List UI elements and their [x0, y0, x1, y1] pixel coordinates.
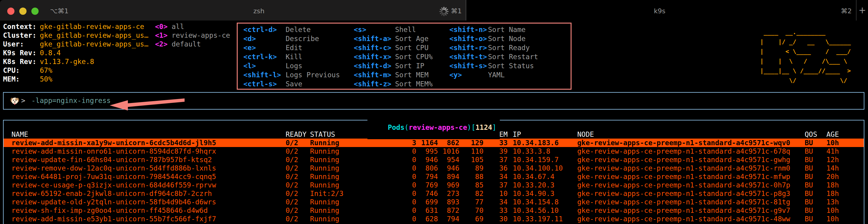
namespace-shortcut[interactable]: <1>review-apps-ce — [155, 31, 230, 40]
cell-ready: 0/2 — [286, 198, 310, 206]
hotkey-label: Sort CPU% — [395, 52, 450, 61]
cell-mem: 862 — [438, 139, 459, 147]
hotkey-key: <l> — [243, 61, 286, 71]
cluster-info-label: Context: — [3, 22, 40, 31]
cell-status: Running — [310, 147, 392, 156]
cell-status: Running — [310, 215, 392, 223]
cluster-info-value: 0.8.4 — [40, 49, 61, 57]
table-row[interactable]: review-update-fin-66hs04-unicorn-787b957… — [4, 156, 864, 164]
table-row[interactable]: review-sh-fix-imp-zg0oo4-unicorn-ff45864… — [4, 206, 864, 215]
table-row[interactable]: review-remove-dow-12ac0q-unicorn-5d4ffd8… — [4, 164, 864, 172]
cell-pctcpu: 110 — [459, 147, 484, 156]
cell-name: review-update-old-y2tqln-unicorn-58fb4d9… — [11, 198, 286, 206]
cell-qos: BU — [805, 164, 826, 172]
hotkey-label: Save — [286, 79, 354, 88]
cell-ready: 0/2 — [286, 215, 310, 223]
hotkey-label: Shell — [395, 25, 450, 34]
namespace-shortcut-key: <0> — [155, 22, 172, 31]
column-header-ready[interactable]: READY — [286, 130, 310, 139]
cell-node: gke-review-apps-ce-preemp-n1-standard-a4… — [577, 189, 805, 198]
table-row[interactable]: review-add-missin-xa1y9w-unicorn-6cdc5b4… — [4, 139, 864, 147]
column-header-name[interactable]: NAME — [11, 130, 286, 139]
cell-status: Init:2/3 — [310, 189, 392, 198]
column-header-ip[interactable]: IP — [507, 130, 577, 139]
filter-prompt: > — [21, 96, 25, 105]
table-row[interactable]: review-add-missin-onro61-unicorn-8594dc8… — [4, 147, 864, 156]
close-window-button[interactable] — [7, 7, 14, 15]
cell-name: review-add-missin-xa1y9w-unicorn-6cdc5b4… — [11, 139, 286, 147]
hotkey-label: Logs Previous — [286, 71, 354, 79]
namespace-shortcut[interactable]: <0>all — [155, 22, 230, 31]
column-header-age[interactable]: AGE — [826, 130, 864, 139]
cell-node: gke-review-apps-ce-preemp-n1-standard-a4… — [577, 215, 805, 223]
cell-qos: BU — [805, 156, 826, 164]
table-row[interactable]: review-64481-proj-7uw31q-unicorn-7984544… — [4, 172, 864, 181]
hotkey-label: Sort IP — [395, 61, 450, 71]
hotkey-key: <d> — [243, 34, 286, 43]
cell-pctmem: 36 — [484, 164, 507, 172]
dog-icon — [10, 96, 19, 105]
hotkey-label: Sort Name — [488, 25, 570, 34]
tab-zsh-title[interactable]: zsh — [253, 7, 265, 15]
table-row[interactable]: review-ce-usage-p-q3izjx-unicorn-684d46f… — [4, 181, 864, 189]
cell-pctmem: 33 — [484, 139, 507, 147]
tab-zsh[interactable] — [0, 0, 466, 21]
hotkey-key: <shift-l> — [243, 71, 286, 79]
hotkey-label: Sort Restart — [488, 52, 570, 61]
cell-name: review-add-missin-e53yb1-unicorn-55b7fc5… — [11, 215, 286, 223]
cell-ip: 10.33.197.11 — [507, 215, 577, 223]
cell-cpu: 628 — [416, 215, 438, 223]
hotkey-key: <shift-s> — [450, 61, 488, 71]
namespace-shortcut[interactable]: <2>default — [155, 40, 230, 49]
table-body: review-add-missin-xa1y9w-unicorn-6cdc5b4… — [4, 139, 864, 223]
table-row[interactable]: review-65192-enab-2jkwl8-unicorn-df964c8… — [4, 189, 864, 198]
column-header-node[interactable]: NODE — [577, 130, 805, 139]
minimize-window-button[interactable] — [19, 7, 27, 15]
cell-pctcpu: 85 — [459, 181, 484, 189]
namespace-shortcut-value: default — [172, 40, 201, 48]
cell-cpu: 699 — [416, 198, 438, 206]
cell-node: gke-review-apps-ce-preemp-n1-standard-a4… — [577, 156, 805, 164]
cell-node: gke-review-apps-ce-preemp-n1-standard-a4… — [577, 139, 805, 147]
hotkey-key: <shift-r> — [450, 43, 488, 52]
cluster-info-row: User:gke_gitlab-review-apps_us… — [3, 40, 148, 49]
table-row[interactable]: review-add-missin-e53yb1-unicorn-55b7fc5… — [4, 215, 864, 223]
cell-node: gke-review-apps-ce-preemp-n1-standard-a4… — [577, 147, 805, 156]
column-header-label: QOS — [805, 131, 817, 138]
hotkey-label: Sort Node — [488, 34, 570, 43]
hotkey-key: <shift-m> — [354, 71, 395, 79]
cluster-info-label: K8s Rev: — [3, 57, 40, 66]
hotkey-key: <y> — [450, 71, 488, 79]
hotkey-key: <shift-t> — [450, 52, 488, 61]
hotkey-label — [488, 79, 570, 88]
hotkey-key: <shift-a> — [354, 34, 395, 43]
cell-rs: 0 — [392, 215, 416, 223]
cell-pctmem: 10 — [484, 189, 507, 198]
tab-k9s-title[interactable]: k9s — [654, 7, 665, 15]
terminal-tab-bar: ⌥⌘1 zsh ⌘1 k9s ⌘2 + — [0, 0, 868, 21]
cell-age: 20h — [826, 172, 864, 181]
cell-name: review-64481-proj-7uw31q-unicorn-7984544… — [11, 172, 286, 181]
column-header-qos[interactable]: QOS — [805, 130, 826, 139]
spinner-icon — [439, 6, 449, 17]
cell-pctmem: 39 — [484, 147, 507, 156]
namespace-shortcut-value: all — [172, 23, 184, 30]
hotkey-key: <ctrl-k> — [243, 52, 286, 61]
hotkey-key: <shift-c> — [354, 43, 395, 52]
namespace-shortcut-key: <1> — [155, 31, 172, 40]
cell-cpu: 746 — [416, 189, 438, 198]
cell-ip: 10.34.159.7 — [507, 156, 577, 164]
zoom-window-button[interactable] — [31, 7, 39, 15]
cell-qos: BU — [805, 172, 826, 181]
cell-node: gke-review-apps-ce-preemp-n1-standard-a4… — [577, 172, 805, 181]
new-tab-button[interactable]: + — [858, 5, 867, 16]
cell-cpu: 806 — [416, 164, 438, 172]
cell-name: review-ce-usage-p-q3izjx-unicorn-684d46f… — [11, 181, 286, 189]
hotkey-label: Describe — [286, 34, 354, 43]
table-row[interactable]: review-update-old-y2tqln-unicorn-58fb4d9… — [4, 198, 864, 206]
hotkey-menu: <ctrl-d>Delete<s>Shell<shift-n>Sort Name… — [237, 23, 571, 90]
pods-table-title: Pods(review-apps-ce)[1124] — [367, 116, 500, 139]
namespace-shortcuts: <0>all<1>review-apps-ce<2>default — [155, 22, 230, 49]
cell-ready: 0/2 — [286, 206, 310, 215]
filter-input[interactable]: -lapp=nginx-ingress — [31, 96, 111, 105]
